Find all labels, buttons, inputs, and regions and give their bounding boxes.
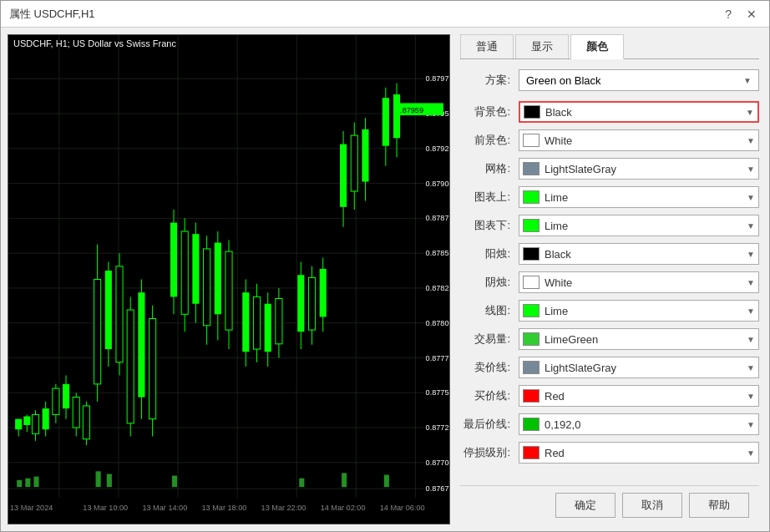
- color-name-chart-down: Lime: [545, 220, 743, 232]
- color-label-chart-down: 图表下:: [460, 218, 519, 233]
- close-button[interactable]: ✕: [742, 6, 761, 23]
- cancel-button[interactable]: 取消: [622, 493, 682, 518]
- ok-button[interactable]: 确定: [555, 493, 615, 518]
- svg-rect-111: [107, 474, 112, 487]
- color-arrow-volume: ▼: [747, 335, 755, 344]
- tabs: 普通 显示 颜色: [460, 34, 759, 59]
- color-select-stop[interactable]: Red ▼: [519, 442, 759, 464]
- color-control-chart-up: Lime ▼: [519, 186, 759, 208]
- tab-color[interactable]: 颜色: [570, 34, 624, 59]
- svg-rect-115: [384, 475, 389, 488]
- color-swatch-chart-down: [523, 219, 540, 232]
- tab-display[interactable]: 显示: [515, 34, 569, 58]
- color-control-bull-candle: Black ▼: [519, 243, 759, 265]
- svg-text:0.87825: 0.87825: [426, 284, 449, 292]
- chart-area: USDCHF, H1; US Dollar vs Swiss Franc: [8, 34, 450, 524]
- svg-rect-49: [73, 398, 79, 428]
- chart-svg: 0.87975 0.87950 0.87925 0.87900 0.87875 …: [8, 35, 449, 524]
- svg-text:0.87675: 0.87675: [426, 484, 449, 493]
- svg-text:0.87850: 0.87850: [426, 249, 449, 257]
- color-label-bid-line: 买价线:: [460, 388, 519, 403]
- color-row-grid: 网格: LightSlateGray ▼: [460, 158, 759, 180]
- color-row-bg: 背景色: Black ▼: [460, 101, 759, 123]
- color-arrow-stop: ▼: [747, 448, 755, 458]
- help-button[interactable]: 帮助: [689, 493, 749, 518]
- color-arrow-bull-candle: ▼: [747, 250, 755, 259]
- color-row-chart-up: 图表上: Lime ▼: [460, 186, 759, 208]
- color-label-last-price: 最后价线:: [460, 417, 519, 432]
- help-title-button[interactable]: ?: [721, 6, 736, 23]
- svg-rect-47: [63, 384, 69, 408]
- svg-rect-85: [297, 275, 304, 332]
- color-name-chart-up: Lime: [545, 191, 743, 204]
- svg-rect-79: [253, 296, 260, 349]
- bottom-buttons: 确定 取消 帮助: [460, 485, 759, 524]
- tab-normal[interactable]: 普通: [460, 34, 514, 58]
- color-name-bear-candle: White: [545, 276, 743, 289]
- scheme-select[interactable]: Green on Black ▼: [519, 69, 759, 91]
- color-label-chart-up: 图表上:: [460, 190, 519, 205]
- svg-rect-108: [25, 479, 30, 487]
- color-select-last-price[interactable]: 0,192,0 ▼: [519, 413, 759, 435]
- color-label-line: 线图:: [460, 303, 519, 318]
- svg-rect-65: [170, 223, 177, 297]
- color-arrow-grid: ▼: [747, 165, 755, 174]
- svg-text:0.87700: 0.87700: [426, 459, 449, 467]
- color-row-fg: 前景色: White ▼: [460, 129, 759, 151]
- svg-rect-41: [32, 414, 38, 433]
- svg-rect-39: [23, 417, 30, 425]
- color-name-grid: LightSlateGray: [545, 163, 743, 175]
- svg-rect-81: [265, 304, 271, 352]
- svg-rect-107: [17, 480, 22, 487]
- color-arrow-bear-candle: ▼: [747, 278, 755, 287]
- color-label-bg: 背景色:: [460, 104, 519, 119]
- color-swatch-volume: [523, 332, 540, 346]
- svg-rect-63: [149, 319, 156, 419]
- color-swatch-line: [523, 304, 540, 317]
- color-name-bid-line: Red: [545, 390, 743, 403]
- color-select-chart-up[interactable]: Lime ▼: [519, 186, 759, 208]
- color-swatch-last-price: [523, 418, 540, 431]
- svg-text:0.87900: 0.87900: [426, 180, 449, 188]
- color-name-fg: White: [545, 134, 743, 147]
- color-select-ask-line[interactable]: LightSlateGray ▼: [519, 357, 759, 378]
- color-select-bg[interactable]: Black ▼: [519, 101, 759, 123]
- color-control-chart-down: Lime ▼: [519, 215, 759, 236]
- svg-rect-110: [96, 471, 101, 487]
- color-select-volume[interactable]: LimeGreen ▼: [519, 328, 759, 350]
- color-swatch-chart-up: [523, 190, 540, 204]
- svg-text:13 Mar 18:00: 13 Mar 18:00: [202, 504, 247, 512]
- svg-rect-71: [204, 249, 210, 326]
- color-select-bull-candle[interactable]: Black ▼: [519, 243, 759, 265]
- color-select-bear-candle[interactable]: White ▼: [519, 271, 759, 293]
- color-name-volume: LimeGreen: [545, 333, 743, 346]
- svg-text:0.87925: 0.87925: [426, 144, 449, 153]
- color-label-fg: 前景色:: [460, 133, 519, 148]
- color-label-stop: 停损级别:: [460, 445, 519, 460]
- color-swatch-bear-candle: [523, 276, 540, 289]
- color-row-ask-line: 卖价线: LightSlateGray ▼: [460, 357, 759, 378]
- svg-text:13 Mar 14:00: 13 Mar 14:00: [142, 504, 187, 512]
- svg-rect-73: [215, 243, 221, 315]
- svg-rect-109: [33, 477, 38, 488]
- color-select-chart-down[interactable]: Lime ▼: [519, 215, 759, 236]
- color-swatch-bull-candle: [523, 247, 540, 261]
- color-name-bull-candle: Black: [545, 248, 743, 261]
- color-select-bid-line[interactable]: Red ▼: [519, 385, 759, 407]
- color-arrow-last-price: ▼: [747, 420, 755, 429]
- right-panel: 普通 显示 颜色 方案: Green on Black ▼: [450, 28, 769, 531]
- color-arrow-chart-down: ▼: [747, 221, 755, 231]
- svg-rect-89: [320, 269, 327, 317]
- scheme-row: 方案: Green on Black ▼: [460, 69, 759, 91]
- color-row-bull-candle: 阳烛: Black ▼: [460, 243, 759, 265]
- color-name-stop: Red: [545, 447, 743, 459]
- color-control-line: Lime ▼: [519, 300, 759, 322]
- color-select-line[interactable]: Lime ▼: [519, 300, 759, 322]
- color-settings: 方案: Green on Black ▼ 背景色: Black ▼: [460, 69, 759, 485]
- svg-rect-55: [105, 271, 112, 349]
- color-select-fg[interactable]: White ▼: [519, 129, 759, 151]
- color-control-last-price: 0,192,0 ▼: [519, 413, 759, 435]
- svg-rect-77: [242, 292, 249, 352]
- svg-text:0.87750: 0.87750: [426, 388, 449, 397]
- color-select-grid[interactable]: LightSlateGray ▼: [519, 158, 759, 180]
